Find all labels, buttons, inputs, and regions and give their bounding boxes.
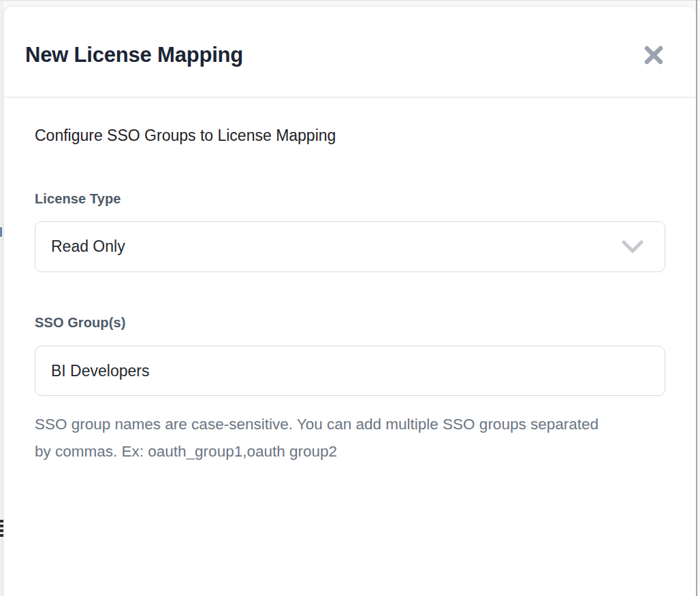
- license-type-select[interactable]: Read Only: [35, 221, 665, 272]
- modal-body: Configure SSO Groups to License Mapping …: [4, 127, 696, 465]
- sso-groups-helper-text: SSO group names are case-sensitive. You …: [35, 411, 601, 465]
- modal-header: New License Mapping: [4, 7, 696, 98]
- close-icon: [643, 45, 665, 65]
- window-top-edge: [0, 0, 700, 1]
- close-button[interactable]: [640, 42, 667, 69]
- modal-intro-text: Configure SSO Groups to License Mapping: [35, 127, 665, 145]
- license-type-selected-value: Read Only: [51, 237, 125, 256]
- new-license-mapping-modal: New License Mapping Configure SSO Groups…: [3, 6, 697, 596]
- background-link-fragment: [0, 227, 2, 237]
- chevron-down-icon: [621, 239, 644, 254]
- modal-title: New License Mapping: [25, 43, 243, 67]
- window-right-edge: [696, 0, 697, 596]
- sso-groups-label: SSO Group(s): [35, 315, 665, 331]
- license-type-label: License Type: [35, 191, 665, 207]
- sso-groups-input[interactable]: [35, 346, 665, 396]
